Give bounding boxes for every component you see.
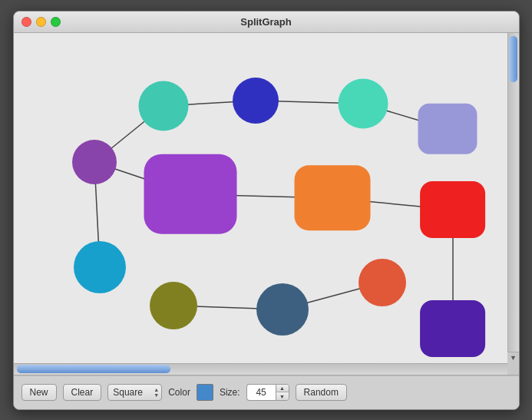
graph-node-n9[interactable]: [74, 241, 126, 293]
shape-select[interactable]: CircleSquareTriangle: [107, 384, 162, 401]
main-window: SplitGraph ▼ New Clear CircleSquareTrian…: [13, 11, 520, 410]
graph-node-n10[interactable]: [150, 282, 197, 329]
graph-node-n1[interactable]: [138, 81, 188, 131]
scroll-down-arrow[interactable]: ▼: [507, 352, 519, 363]
graph-node-n8[interactable]: [420, 180, 486, 237]
graph-node-n4[interactable]: [418, 103, 477, 154]
scrollbar-corner: [507, 363, 519, 375]
graph-node-n3[interactable]: [338, 78, 388, 128]
minimize-button[interactable]: [36, 17, 46, 27]
vertical-scrollbar-thumb[interactable]: [509, 36, 517, 82]
graph-node-n2[interactable]: [233, 78, 279, 124]
graph-node-n13[interactable]: [420, 299, 486, 356]
graph-node-n5[interactable]: [72, 140, 117, 184]
graph-canvas[interactable]: [14, 33, 519, 375]
graph-node-n12[interactable]: [359, 259, 406, 306]
shape-select-wrapper: CircleSquareTriangle ▲ ▼: [107, 384, 162, 401]
color-swatch[interactable]: [197, 384, 213, 401]
size-input[interactable]: [246, 384, 276, 401]
horizontal-scrollbar[interactable]: [14, 363, 507, 375]
color-label: Color: [168, 387, 190, 398]
random-button[interactable]: Random: [296, 384, 347, 401]
size-label: Size:: [220, 387, 240, 398]
clear-button[interactable]: Clear: [63, 384, 102, 401]
titlebar: SplitGraph: [14, 12, 519, 33]
size-input-wrapper: ▲ ▼: [246, 384, 289, 401]
graph-node-n7[interactable]: [294, 165, 370, 231]
size-decrement-button[interactable]: ▼: [276, 392, 289, 400]
graph-canvas-area: ▼: [14, 33, 519, 375]
close-button[interactable]: [21, 17, 31, 27]
graph-node-n6[interactable]: [144, 154, 236, 234]
maximize-button[interactable]: [51, 17, 61, 27]
size-increment-button[interactable]: ▲: [276, 385, 289, 392]
horizontal-scrollbar-thumb[interactable]: [17, 365, 170, 373]
titlebar-buttons: [21, 17, 61, 27]
window-title: SplitGraph: [240, 16, 291, 28]
graph-node-n11[interactable]: [256, 283, 309, 336]
vertical-scrollbar[interactable]: ▼: [507, 33, 519, 363]
new-button[interactable]: New: [21, 384, 57, 401]
toolbar: New Clear CircleSquareTriangle ▲ ▼ Color…: [14, 375, 519, 409]
size-stepper: ▲ ▼: [276, 384, 289, 401]
